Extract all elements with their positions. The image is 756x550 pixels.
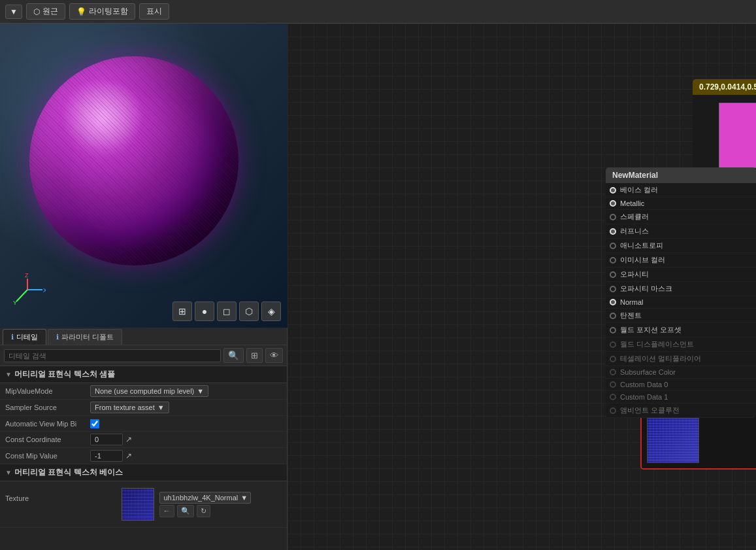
- section-arrow: ▼: [5, 371, 12, 378]
- perspective-button[interactable]: ⬡ 원근: [26, 3, 65, 20]
- texture-use-btn[interactable]: ↻: [197, 505, 210, 517]
- viewport-btn-box[interactable]: ⬡: [239, 301, 259, 321]
- tess-pin[interactable]: [610, 356, 616, 362]
- sampler-source-select[interactable]: From texture asset ▼: [90, 402, 169, 413]
- viewport-btn-plane[interactable]: ◻: [217, 301, 237, 321]
- texture-info: uh1nbhzlw_4K_Normal ▼ ← 🔍 ↻: [159, 492, 251, 517]
- layout-button[interactable]: ⊞: [246, 348, 263, 363]
- const-mip-input[interactable]: [90, 450, 123, 462]
- metallic-pin[interactable]: [610, 200, 616, 207]
- roughness-pin[interactable]: [610, 228, 616, 235]
- texture-prev-btn[interactable]: ←: [159, 505, 174, 517]
- texture-value: uh1nbhzlw_4K_Normal ▼ ← 🔍 ↻: [90, 485, 282, 523]
- texture-row: uh1nbhzlw_4K_Normal ▼ ← 🔍 ↻: [122, 485, 251, 523]
- mat-input-normal: Normal: [606, 296, 756, 309]
- normal-pin[interactable]: [610, 299, 616, 305]
- custom1-pin[interactable]: [610, 394, 616, 400]
- opacity-pin[interactable]: [610, 271, 616, 278]
- material-node-body: 베이스 컬러 Metallic 스페큘러 러프니스 애니소트로피: [606, 183, 756, 418]
- search-button[interactable]: 🔍: [223, 348, 244, 363]
- viewport-btn-grid[interactable]: ⊞: [173, 301, 192, 321]
- top-toolbar: ▼ ⬡ 원근 💡 라이팅포함 표시: [0, 0, 756, 24]
- world-disp-pin[interactable]: [610, 341, 616, 348]
- viewport-btn-sphere[interactable]: ●: [195, 301, 214, 321]
- mat-input-custom0: Custom Data 0: [606, 379, 756, 391]
- texture-thumbnail: [122, 488, 154, 521]
- tab-params[interactable]: ℹ 파라미터 디폴트: [48, 329, 122, 345]
- detail-tab-icon: ℹ: [11, 333, 14, 341]
- tab-bar: ℹ 디테일 ℹ 파라미터 디폴트: [0, 328, 287, 345]
- mat-input-aniso: 애니소트로피: [606, 239, 756, 253]
- mat-input-ao: 앰비언트 오클루전: [606, 404, 756, 418]
- svg-text:Z: Z: [25, 272, 29, 279]
- auto-view-label: Automatic View Mip Bi: [5, 420, 90, 428]
- tangent-pin[interactable]: [610, 313, 616, 319]
- opacity-mask-pin[interactable]: [610, 286, 616, 292]
- mat-input-roughness: 러프니스: [606, 224, 756, 239]
- mat-input-opacity-mask: 오파시티 마스크: [606, 282, 756, 296]
- custom0-pin[interactable]: [610, 381, 616, 388]
- sampler-source-label: Sampler Source: [5, 404, 90, 411]
- texture-name-select[interactable]: uh1nbhzlw_4K_Normal ▼: [159, 492, 251, 504]
- prop-texture: Texture uh1nbhzlw_4K_Normal ▼ ←: [0, 481, 287, 528]
- mat-input-opacity: 오파시티: [606, 267, 756, 282]
- texture-search-btn[interactable]: 🔍: [177, 505, 194, 517]
- const-coord-expand[interactable]: ↗: [125, 435, 132, 444]
- color-preview: [719, 103, 756, 168]
- prop-mip-mode: MipValueMode None (use computed mip leve…: [0, 383, 287, 400]
- specular-pin[interactable]: [610, 214, 616, 220]
- prop-auto-view: Automatic View Mip Bi: [0, 416, 287, 432]
- viewport-btn-teapot[interactable]: ◈: [261, 301, 281, 321]
- material-node[interactable]: NewMaterial 베이스 컬러 Metallic 스페큘러 러프니스: [606, 167, 756, 418]
- params-tab-icon: ℹ: [56, 333, 59, 341]
- material-node-header: NewMaterial: [606, 167, 756, 183]
- aniso-pin[interactable]: [610, 243, 616, 249]
- texture-nav: ← 🔍 ↻: [159, 505, 251, 517]
- mat-input-world-pos: 월드 포지션 오프셋: [606, 323, 756, 337]
- perspective-dropdown[interactable]: ▼: [5, 5, 22, 19]
- mat-input-specular: 스페큘러: [606, 210, 756, 224]
- mat-input-custom1: Custom Data 1: [606, 391, 756, 404]
- show-button[interactable]: 표시: [139, 3, 169, 20]
- world-pos-pin[interactable]: [610, 327, 616, 334]
- subsurface-pin[interactable]: [610, 369, 616, 375]
- lighting-icon: 💡: [76, 7, 86, 16]
- mat-input-metallic: Metallic: [606, 198, 756, 210]
- mip-mode-label: MipValueMode: [5, 387, 90, 395]
- const-mip-expand[interactable]: ↗: [125, 451, 132, 460]
- main-area: X Z Y ⊞ ● ◻ ⬡ ◈ ℹ 디테일 ℹ 파: [0, 24, 756, 550]
- axis-indicator: X Z Y: [10, 272, 46, 308]
- emissive-pin[interactable]: [610, 257, 616, 264]
- svg-text:X: X: [43, 287, 46, 294]
- sampler-source-value: From texture asset ▼: [90, 402, 282, 413]
- svg-line-2: [16, 290, 27, 301]
- search-bar: 🔍 ⊞ 👁: [0, 345, 287, 366]
- mip-mode-select[interactable]: None (use computed mip level) ▼: [90, 385, 208, 397]
- const-mip-label: Const Mip Value: [5, 452, 90, 460]
- eye-button[interactable]: 👁: [265, 348, 283, 363]
- mat-input-tangent: 탄젠트: [606, 309, 756, 323]
- const-coord-label: Const Coordinate: [5, 436, 90, 443]
- mat-input-emissive: 이미시브 컬러: [606, 253, 756, 267]
- base-color-pin[interactable]: [610, 187, 616, 194]
- const-coord-value: ↗: [90, 434, 282, 445]
- tex-node-thumbnail: [647, 411, 699, 463]
- const-mip-value: ↗: [90, 450, 282, 462]
- auto-view-checkbox[interactable]: [90, 419, 99, 428]
- section-texture-sample[interactable]: ▼ 머티리얼 표현식 텍스처 샘플: [0, 366, 287, 383]
- prop-const-mip: Const Mip Value ↗: [0, 448, 287, 464]
- mat-input-base-color: 베이스 컬러: [606, 183, 756, 198]
- section-texture-base[interactable]: ▼ 머티리얼 표현식 텍스처 베이스: [0, 464, 287, 481]
- mat-input-subsurface: Subsurface Color: [606, 366, 756, 379]
- ao-pin[interactable]: [610, 407, 616, 414]
- search-input[interactable]: [4, 349, 221, 362]
- mat-input-world-disp: 월드 디스플레이스먼트: [606, 337, 756, 352]
- prop-const-coord: Const Coordinate ↗: [0, 432, 287, 448]
- tab-detail[interactable]: ℹ 디테일: [3, 329, 46, 345]
- lighting-button[interactable]: 💡 라이팅포함: [69, 3, 135, 20]
- preview-sphere: [29, 56, 238, 266]
- const-coord-input[interactable]: [90, 434, 123, 445]
- node-editor[interactable]: 0.729,0.0414,0.599 ▲ 1 ▼ 0 ▼: [288, 24, 756, 550]
- color-node[interactable]: 0.729,0.0414,0.599 ▲: [693, 79, 756, 176]
- prop-sampler-source: Sampler Source From texture asset ▼: [0, 400, 287, 416]
